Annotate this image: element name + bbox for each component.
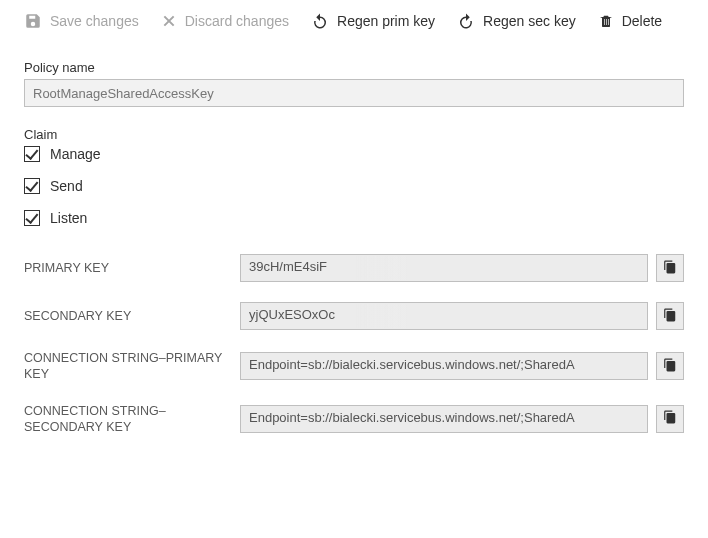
save-button[interactable]: Save changes [24, 10, 139, 32]
claim-send-label: Send [50, 178, 83, 194]
claim-listen-checkbox[interactable] [24, 210, 40, 226]
copy-icon [663, 358, 677, 375]
delete-label: Delete [622, 13, 662, 29]
claim-row-manage: Manage [24, 146, 684, 162]
copy-icon [663, 410, 677, 427]
claims-section: Claim Manage Send Listen [24, 127, 684, 226]
claim-listen-label: Listen [50, 210, 87, 226]
refresh-cw-icon [457, 12, 475, 30]
copy-conn-primary-button[interactable] [656, 352, 684, 380]
claims-label: Claim [24, 127, 684, 142]
primary-key-row: PRIMARY KEY 39cH/mE4siF [24, 254, 684, 282]
copy-icon [663, 308, 677, 325]
secondary-key-value[interactable]: yjQUxESOxOc [240, 302, 648, 330]
policy-name-section: Policy name [24, 60, 684, 107]
copy-primary-key-button[interactable] [656, 254, 684, 282]
delete-button[interactable]: Delete [598, 10, 662, 32]
secondary-key-label: SECONDARY KEY [24, 308, 230, 324]
primary-key-value[interactable]: 39cH/mE4siF [240, 254, 648, 282]
regen-prim-button[interactable]: Regen prim key [311, 10, 435, 32]
conn-secondary-label: CONNECTION STRING–SECONDARY KEY [24, 403, 230, 436]
close-icon [161, 13, 177, 29]
conn-primary-label: CONNECTION STRING–PRIMARY KEY [24, 350, 230, 383]
policy-name-input[interactable] [24, 79, 684, 107]
primary-key-label: PRIMARY KEY [24, 260, 230, 276]
trash-icon [598, 12, 614, 30]
regen-sec-button[interactable]: Regen sec key [457, 10, 576, 32]
claim-send-checkbox[interactable] [24, 178, 40, 194]
conn-primary-row: CONNECTION STRING–PRIMARY KEY Endpoint=s… [24, 350, 684, 383]
conn-primary-value[interactable]: Endpoint=sb://bialecki.servicebus.window… [240, 352, 648, 380]
toolbar: Save changes Discard changes Regen prim … [24, 10, 684, 42]
copy-icon [663, 260, 677, 277]
save-label: Save changes [50, 13, 139, 29]
claim-row-send: Send [24, 178, 684, 194]
claim-row-listen: Listen [24, 210, 684, 226]
copy-secondary-key-button[interactable] [656, 302, 684, 330]
discard-button[interactable]: Discard changes [161, 11, 289, 31]
secondary-key-row: SECONDARY KEY yjQUxESOxOc [24, 302, 684, 330]
policy-name-label: Policy name [24, 60, 684, 75]
claim-manage-label: Manage [50, 146, 101, 162]
regen-sec-label: Regen sec key [483, 13, 576, 29]
discard-label: Discard changes [185, 13, 289, 29]
copy-conn-secondary-button[interactable] [656, 405, 684, 433]
conn-secondary-row: CONNECTION STRING–SECONDARY KEY Endpoint… [24, 403, 684, 436]
refresh-ccw-icon [311, 12, 329, 30]
conn-secondary-value[interactable]: Endpoint=sb://bialecki.servicebus.window… [240, 405, 648, 433]
regen-prim-label: Regen prim key [337, 13, 435, 29]
claim-manage-checkbox[interactable] [24, 146, 40, 162]
save-icon [24, 12, 42, 30]
